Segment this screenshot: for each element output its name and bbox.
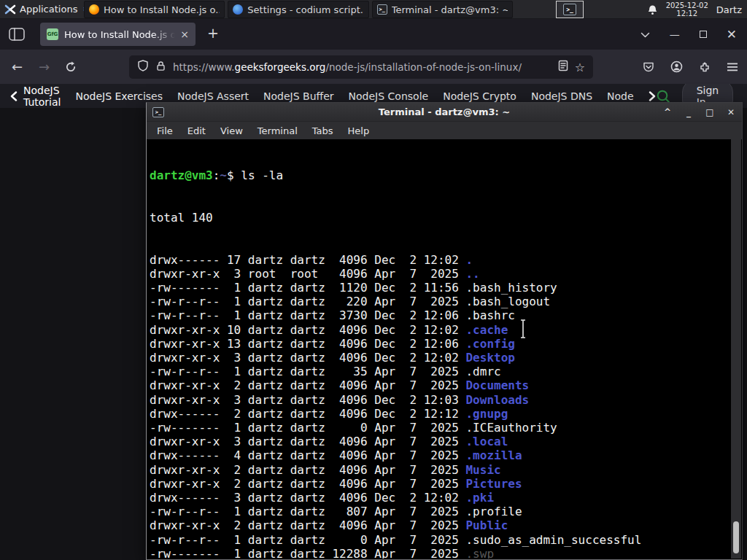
terminal-output[interactable]: dartz@vm3:~$ ls -la total 140 drwx------…	[147, 139, 731, 559]
terminal-output-line: -rw-r--r-- 1 dartz dartz 0 Apr 7 2025 .s…	[150, 533, 731, 547]
tab-close-icon[interactable]: ×	[180, 28, 189, 40]
clock-date: 2025-12-02	[666, 1, 708, 9]
account-icon[interactable]	[670, 61, 683, 73]
terminal-output-line: drwxr-xr-x 2 dartz dartz 4096 Apr 7 2025…	[150, 378, 731, 392]
shield-icon[interactable]	[137, 60, 149, 74]
nav-scroll-left-icon[interactable]	[10, 91, 18, 101]
terminal-output-line: -rw-r--r-- 1 dartz dartz 807 Apr 7 2025 …	[150, 505, 731, 518]
terminal-output-line: drwxr-xr-x 2 dartz dartz 4096 Apr 7 2025…	[150, 518, 731, 532]
terminal-listing: drwx------ 17 dartz dartz 4096 Dec 2 12:…	[150, 253, 731, 559]
minimize-button[interactable]: _	[684, 107, 694, 117]
site-nav-item[interactable]: NodeJS Console	[349, 90, 429, 102]
listing-filename: .pki	[465, 491, 494, 505]
close-button[interactable]: ✕	[726, 107, 736, 117]
search-icon[interactable]	[656, 89, 670, 104]
notification-bell-icon[interactable]	[647, 4, 658, 15]
terminal-output-line: drwx------ 17 dartz dartz 4096 Dec 2 12:…	[150, 253, 731, 267]
toolbar-action-icons	[643, 50, 738, 84]
terminal-output-line: drwx------ 2 dartz dartz 4096 Dec 2 12:1…	[150, 407, 731, 421]
site-nav-item[interactable]: NodeJS DNS	[531, 90, 592, 102]
reader-mode-icon[interactable]	[558, 60, 568, 74]
listing-filename: .swp	[465, 547, 494, 559]
terminal-output-line: drwxr-xr-x 2 dartz dartz 4096 Apr 7 2025…	[150, 477, 731, 491]
terminal-menu-item[interactable]: Terminal	[250, 125, 305, 136]
taskbar-button-label: Settings - codium script...	[247, 4, 363, 15]
applications-label: Applications	[20, 4, 77, 15]
panel-user-label[interactable]: Dartz	[716, 4, 742, 15]
taskbar-button[interactable]: Settings - codium script...	[228, 1, 368, 18]
maximize-button[interactable]: □	[705, 107, 715, 117]
back-button[interactable]: ←	[12, 50, 23, 84]
extensions-puzzle-icon[interactable]	[699, 61, 711, 73]
scrollbar-thumb[interactable]	[733, 521, 739, 553]
terminal-output-line: drwx------ 4 dartz dartz 4096 Apr 7 2025…	[150, 448, 731, 462]
listing-details: drwxr-xr-x 2 dartz dartz 4096 Apr 7 2025	[150, 463, 465, 477]
terminal-window-controls: ^ _ □ ✕	[662, 107, 736, 117]
window-minimize-button[interactable]: —	[670, 28, 680, 40]
url-bar[interactable]: https://www.geeksforgeeks.org/node-js/in…	[129, 55, 593, 79]
pocket-icon[interactable]	[643, 61, 654, 73]
terminal-menu-item[interactable]: File	[150, 125, 180, 136]
url-text[interactable]: https://www.geeksforgeeks.org/node-js/in…	[173, 61, 551, 73]
terminal-menu-item[interactable]: Help	[341, 125, 377, 136]
window-maximize-button[interactable]	[700, 31, 707, 38]
listing-details: -rw------- 1 dartz dartz 12288 Apr 7 202…	[150, 547, 465, 559]
site-nav-item[interactable]: NodeJS Buffer	[263, 90, 334, 102]
top-panel: Applications ≡ How to Install Node.js o.…	[0, 0, 747, 19]
desktop: Applications ≡ How to Install Node.js o.…	[0, 0, 747, 560]
listing-details: drwxr-xr-x 2 dartz dartz 4096 Apr 7 2025	[150, 518, 465, 532]
nav-scroll-right-icon[interactable]	[649, 91, 656, 101]
terminal-total-line: total 140	[150, 211, 731, 225]
forward-button[interactable]: →	[39, 50, 50, 84]
terminal-menu-item[interactable]: View	[213, 125, 250, 136]
firefox-icon	[89, 4, 99, 15]
system-tray: 2025-12-02 12:12 Dartz	[647, 0, 747, 19]
list-all-tabs-icon[interactable]	[640, 28, 650, 42]
listing-details: drwxr-xr-x 2 dartz dartz 4096 Apr 7 2025	[150, 477, 465, 491]
browser-tab[interactable]: GfG How to Install Node.js on ×	[40, 23, 196, 46]
new-tab-button[interactable]: +	[207, 25, 219, 41]
terminal-output-line: drwxr-xr-x 3 root root 4096 Apr 7 2025 .…	[150, 267, 731, 281]
xfce-logo-icon	[4, 4, 16, 15]
panel-clock[interactable]: 2025-12-02 12:12	[666, 1, 708, 18]
site-nav-item[interactable]: NodeJS Exercises	[75, 90, 163, 102]
listing-filename: .	[465, 253, 473, 267]
hamburger-menu-icon[interactable]	[727, 62, 738, 72]
site-nav-item[interactable]: NodeJS Crypto	[443, 90, 516, 102]
applications-menu-button[interactable]: Applications ≡	[0, 0, 94, 18]
listing-filename: .local	[465, 435, 508, 448]
listing-details: drwxr-xr-x 3 root root 4096 Apr 7 2025	[150, 267, 465, 281]
taskbar-button-label: Terminal - dartz@vm3: ~	[392, 4, 508, 15]
codium-icon	[233, 4, 243, 15]
listing-details: -rw-r--r-- 1 dartz dartz 807 Apr 7 2025	[150, 505, 465, 518]
dock-terminal-launcher[interactable]: >_	[556, 1, 584, 18]
bookmark-star-icon[interactable]: ☆	[575, 61, 585, 74]
terminal-scrollbar[interactable]	[731, 139, 741, 559]
window-task-list: How to Install Node.js o...Settings - co…	[82, 0, 514, 19]
listing-filename: Downloads	[465, 393, 529, 407]
shade-button[interactable]: ^	[662, 107, 673, 117]
terminal-output-line: drwx------ 3 dartz dartz 4096 Dec 2 12:0…	[150, 491, 731, 505]
site-nav-item[interactable]: Node	[607, 90, 634, 102]
listing-filename: Documents	[465, 378, 529, 392]
listing-details: drwxr-xr-x 3 dartz dartz 4096 Dec 2 12:0…	[150, 351, 465, 365]
taskbar-button[interactable]: >_Terminal - dartz@vm3: ~	[372, 1, 513, 18]
lock-icon[interactable]	[155, 61, 166, 74]
taskbar-button[interactable]: How to Install Node.js o...	[84, 1, 225, 18]
reload-button[interactable]	[65, 50, 77, 84]
window-close-button[interactable]: ✕	[727, 27, 737, 42]
site-nav-item[interactable]: NodeJS Assert	[177, 90, 249, 102]
terminal-icon: >_	[377, 4, 387, 15]
terminal-titlebar[interactable]: >_ Terminal - dartz@vm3: ~ ^ _ □ ✕	[147, 103, 742, 121]
firefox-view-icon[interactable]	[9, 28, 25, 44]
terminal-menu-item[interactable]: Edit	[180, 125, 213, 136]
terminal-menu-item[interactable]: Tabs	[305, 125, 341, 136]
clock-time: 12:12	[666, 9, 708, 18]
terminal-title: Terminal - dartz@vm3: ~	[379, 106, 510, 117]
terminal-output-line: drwxr-xr-x 3 dartz dartz 4096 Dec 2 12:0…	[150, 393, 731, 407]
listing-details: drwxr-xr-x 3 dartz dartz 4096 Apr 7 2025	[150, 435, 465, 448]
site-nav-item-tutorial[interactable]: NodeJS Tutorial	[23, 85, 61, 108]
listing-details: -rw-r--r-- 1 dartz dartz 3730 Dec 2 12:0…	[150, 308, 465, 322]
listing-details: -rw-r--r-- 1 dartz dartz 35 Apr 7 2025	[150, 365, 465, 378]
terminal-output-line: -rw-r--r-- 1 dartz dartz 220 Apr 7 2025 …	[150, 295, 731, 308]
